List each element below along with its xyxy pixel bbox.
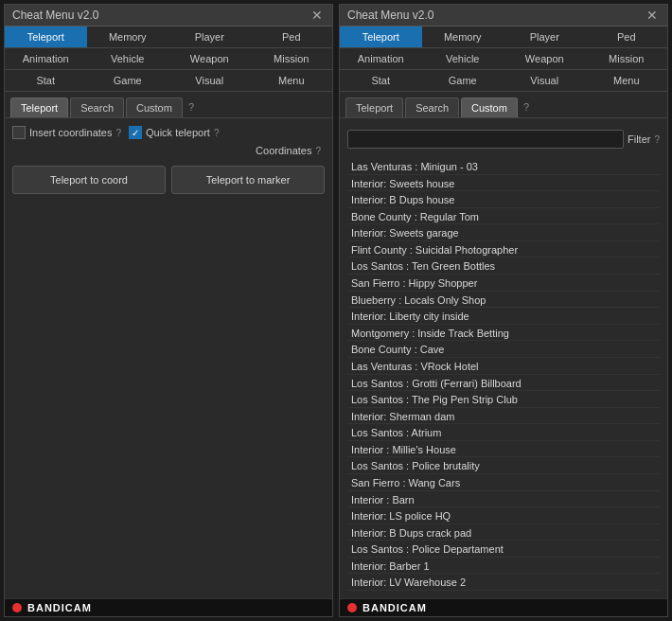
location-item[interactable]: Interior: Sherman dam — [347, 408, 660, 425]
left-close-button[interactable]: ✕ — [309, 9, 325, 22]
right-tab-custom[interactable]: Custom — [461, 98, 518, 117]
location-item[interactable]: Interior : Millie's House — [347, 441, 660, 458]
left-nav-row-1: Teleport Memory Player Ped — [5, 27, 332, 48]
location-item[interactable]: Interior: B Dups house — [347, 191, 660, 208]
insert-coords-label: Insert coordinates — [29, 127, 112, 138]
right-bandicam-text: BANDICAM — [363, 602, 427, 613]
left-tab-custom[interactable]: Custom — [126, 98, 183, 117]
right-nav-row-2: Animation Vehicle Weapon Mission — [340, 48, 667, 70]
left-title: Cheat Menu v2.0 — [12, 9, 98, 22]
right-nav-ped[interactable]: Ped — [586, 27, 668, 47]
insert-coords-checkbox[interactable] — [12, 126, 26, 139]
left-nav-ped[interactable]: Ped — [251, 27, 333, 47]
location-item[interactable]: Bone County : Regular Tom — [347, 208, 660, 225]
right-panel: Cheat Menu v2.0 ✕ Teleport Memory Player… — [339, 4, 668, 617]
left-nav-mission[interactable]: Mission — [251, 48, 333, 69]
location-item[interactable]: San Fierro : Wang Cars — [347, 474, 660, 491]
left-bandicam-bar: BANDICAM — [5, 598, 332, 616]
teleport-coord-button[interactable]: Teleport to coord — [12, 166, 166, 194]
left-nav-animation[interactable]: Animation — [5, 48, 87, 69]
location-item[interactable]: Interior: Sweets house — [347, 175, 660, 192]
right-nav-stat[interactable]: Stat — [340, 70, 422, 91]
left-nav-memory[interactable]: Memory — [87, 27, 169, 47]
quick-teleport-help: ? — [214, 128, 220, 138]
right-nav-weapon[interactable]: Weapon — [504, 48, 586, 69]
left-nav-vehicle[interactable]: Vehicle — [87, 48, 169, 69]
location-item[interactable]: Los Santos : Police brutality — [347, 457, 660, 474]
quick-teleport-option: ✓ Quick teleport ? — [129, 126, 219, 139]
left-content: Insert coordinates ? ✓ Quick teleport ? … — [5, 118, 332, 598]
left-tab-row: Teleport Search Custom ? — [5, 92, 332, 118]
location-item[interactable]: Los Santos : Grotti (Ferrari) Billboard — [347, 375, 660, 392]
insert-coords-help: ? — [115, 128, 121, 138]
coords-row: Coordinates ? — [12, 145, 325, 156]
left-nav-row-3: Stat Game Visual Menu — [5, 70, 332, 92]
insert-coords-option: Insert coordinates ? — [12, 126, 121, 139]
left-nav-menu[interactable]: Menu — [251, 70, 333, 91]
right-bandicam-bar: BANDICAM — [340, 598, 667, 616]
right-tab-search[interactable]: Search — [405, 98, 459, 117]
left-nav-visual[interactable]: Visual — [168, 70, 251, 91]
location-item[interactable]: Interior: LV Warehouse 2 — [347, 574, 660, 591]
right-nav-player[interactable]: Player — [504, 27, 586, 47]
location-list: Las Venturas : Minigun - 03Interior: Swe… — [347, 158, 660, 591]
right-tab-row: Teleport Search Custom ? — [340, 92, 667, 118]
right-nav-visual[interactable]: Visual — [504, 70, 586, 91]
location-item[interactable]: Montgomery : Inside Track Betting — [347, 325, 660, 342]
right-titlebar: Cheat Menu v2.0 ✕ — [340, 5, 667, 27]
location-item[interactable]: Interior: B Dups crack pad — [347, 524, 660, 541]
left-nav-teleport[interactable]: Teleport — [5, 27, 87, 47]
left-nav-row-2: Animation Vehicle Weapon Mission — [5, 48, 332, 70]
filter-label: Filter — [628, 133, 650, 145]
right-tab-teleport[interactable]: Teleport — [345, 98, 403, 117]
right-nav-mission[interactable]: Mission — [586, 48, 668, 69]
location-item[interactable]: Los Santos : Police Departament — [347, 541, 660, 558]
location-item[interactable]: Interior: Barber 1 — [347, 558, 660, 575]
right-bandicam-dot — [347, 603, 357, 612]
right-nav-row-1: Teleport Memory Player Ped — [340, 27, 667, 48]
left-titlebar: Cheat Menu v2.0 ✕ — [5, 5, 332, 27]
right-nav-game[interactable]: Game — [422, 70, 504, 91]
location-item[interactable]: Las Venturas : Minigun - 03 — [347, 158, 660, 175]
right-nav-row-3: Stat Game Visual Menu — [340, 70, 667, 92]
location-item[interactable]: Interior: Sweets garage — [347, 224, 660, 241]
filter-input[interactable] — [347, 130, 624, 149]
left-tab-help: ? — [185, 98, 198, 117]
location-item[interactable]: Los Santos : Atrium — [347, 424, 660, 441]
left-nav-stat[interactable]: Stat — [5, 70, 87, 91]
left-nav-weapon[interactable]: Weapon — [168, 48, 251, 69]
left-bandicam-text: BANDICAM — [27, 602, 92, 613]
left-tab-search[interactable]: Search — [70, 98, 124, 117]
right-nav-animation[interactable]: Animation — [340, 48, 422, 69]
quick-teleport-label: Quick teleport — [146, 127, 210, 138]
quick-teleport-checkbox[interactable]: ✓ — [129, 126, 142, 139]
location-item[interactable]: Los Santos : Ten Green Bottles — [347, 257, 660, 275]
location-item[interactable]: Interior: LS police HQ — [347, 507, 660, 524]
filter-row: Filter ? — [347, 126, 660, 152]
left-tab-teleport[interactable]: Teleport — [10, 98, 68, 117]
location-item[interactable]: Las Venturas : VRock Hotel — [347, 358, 660, 375]
right-content: Filter ? Las Venturas : Minigun - 03Inte… — [340, 118, 667, 598]
left-panel: Cheat Menu v2.0 ✕ Teleport Memory Player… — [4, 4, 333, 617]
location-item[interactable]: Los Santos : The Pig Pen Strip Club — [347, 391, 660, 408]
right-nav-menu[interactable]: Menu — [586, 70, 668, 91]
location-item[interactable]: Interior: Liberty city inside — [347, 308, 660, 325]
teleport-marker-button[interactable]: Teleport to marker — [171, 166, 325, 194]
left-options-row: Insert coordinates ? ✓ Quick teleport ? — [12, 126, 325, 139]
right-nav-teleport[interactable]: Teleport — [340, 27, 422, 47]
teleport-buttons-row: Teleport to coord Teleport to marker — [12, 166, 325, 194]
right-close-button[interactable]: ✕ — [645, 9, 660, 22]
right-title: Cheat Menu v2.0 — [347, 9, 433, 22]
coordinates-label: Coordinates — [256, 145, 311, 156]
location-item[interactable]: San Fierro : Hippy Shopper — [347, 275, 660, 292]
right-nav-vehicle[interactable]: Vehicle — [422, 48, 504, 69]
location-item[interactable]: Blueberry : Locals Only Shop — [347, 292, 660, 309]
location-item[interactable]: Interior : Barn — [347, 491, 660, 508]
right-nav-memory[interactable]: Memory — [422, 27, 504, 47]
left-nav-game[interactable]: Game — [87, 70, 169, 91]
coordinates-help: ? — [315, 146, 321, 156]
location-item[interactable]: Flint County : Suicidal Photographer — [347, 241, 660, 258]
left-bandicam-dot — [12, 603, 22, 612]
left-nav-player[interactable]: Player — [168, 27, 251, 47]
location-item[interactable]: Bone County : Cave — [347, 341, 660, 358]
